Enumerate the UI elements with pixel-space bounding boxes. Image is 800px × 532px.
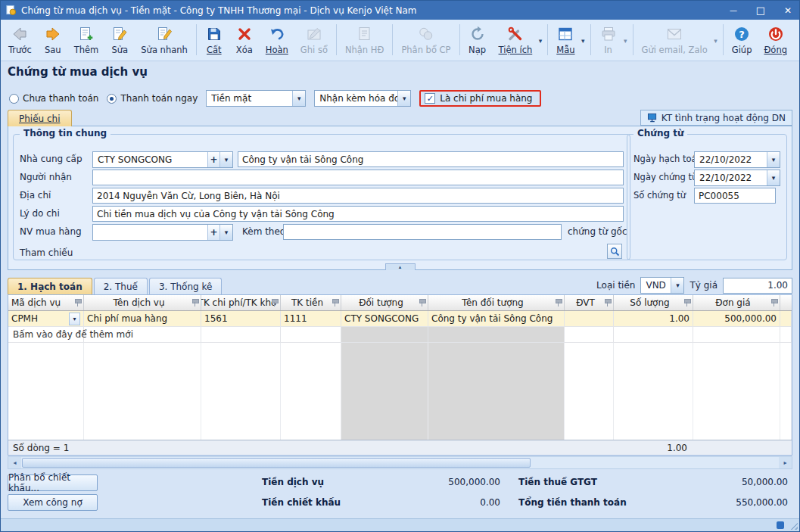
pin-icon[interactable]	[192, 299, 198, 307]
toolbar-button-dong[interactable]: Đóng	[758, 20, 793, 59]
cell-expense-account[interactable]: 1561	[201, 311, 281, 326]
column-header-dvt[interactable]: ĐVT	[565, 295, 614, 310]
exchange-rate-field[interactable]: 1.00	[723, 278, 792, 294]
toolbar-button-truoc[interactable]: Trước	[2, 20, 38, 59]
toolbar-button-them[interactable]: Thêm	[68, 20, 105, 59]
toolbar-button-tien-ich[interactable]: Tiện ích	[493, 20, 546, 59]
posting-date-picker[interactable]: 22/10/2022	[694, 151, 780, 168]
horizontal-scrollbar[interactable]	[8, 456, 792, 469]
document-date-picker[interactable]: 22/10/2022	[694, 170, 780, 186]
cell-service-name[interactable]: Chi phí mua hàng	[84, 311, 201, 326]
pin-icon[interactable]	[771, 299, 777, 307]
toolbar-button-mau[interactable]: Mẫu	[550, 20, 587, 59]
attached-suffix-label: chứng từ gốc	[568, 224, 627, 240]
pin-icon[interactable]	[605, 299, 611, 307]
pin-icon[interactable]	[684, 299, 690, 307]
add-employee-button[interactable]	[207, 225, 219, 240]
cell-object-name[interactable]: Công ty vận tải Sông Công	[428, 311, 565, 326]
cell-cash-account[interactable]: 1111	[281, 311, 341, 326]
column-header-tk-chi-phi[interactable]: TK chi phí/TK kho	[201, 295, 281, 310]
chevron-down-icon[interactable]	[219, 152, 232, 167]
view-debt-button[interactable]: Xem công nợ	[8, 494, 98, 511]
undo-icon	[268, 25, 286, 43]
scroll-right-button[interactable]	[779, 457, 792, 468]
address-field[interactable]: 2014 Nguyễn Văn Cừ, Long Biên, Hà Nội	[92, 188, 624, 204]
attached-field[interactable]	[283, 224, 562, 240]
column-header-ten-doi-tuong[interactable]: Tên đối tượng	[428, 295, 565, 310]
table-row[interactable]: CPMH Chi phí mua hàng 1561 1111 CTY SONG…	[8, 311, 792, 327]
toolbar-button-gui-email-zalo[interactable]: Gửi email, Zalo	[636, 20, 721, 59]
radio-icon	[9, 94, 19, 104]
column-header-don-gia[interactable]: Đơn giá	[693, 295, 780, 310]
chevron-down-icon[interactable]	[69, 313, 80, 325]
supplier-name-field[interactable]: Công ty vận tải Sông Công	[238, 151, 624, 167]
payment-method-combo[interactable]: Tiền mặt	[206, 90, 306, 107]
kt-status-button[interactable]: KT tình trạng hoạt động DN	[640, 110, 792, 126]
tab-thue[interactable]: 2. Thuế	[94, 278, 148, 294]
cell-quantity[interactable]: 1.00	[614, 311, 693, 326]
reason-field[interactable]: Chi tiền mua dịch vụ của Công ty vận tải…	[92, 206, 624, 222]
chevron-down-icon[interactable]	[767, 170, 780, 185]
employee-combo[interactable]	[92, 224, 233, 241]
toolbar-button-xoa[interactable]: Xóa	[229, 20, 260, 59]
receiver-field[interactable]	[92, 170, 624, 185]
toolbar-button-ghi-so[interactable]: Ghi sổ	[294, 20, 334, 59]
pin-icon[interactable]	[419, 299, 425, 307]
chevron-down-icon[interactable]	[397, 91, 410, 106]
column-header-ten-dich-vu[interactable]: Tên dịch vụ	[84, 295, 201, 310]
toolbar-button-sua[interactable]: Sửa	[104, 20, 135, 59]
collapse-panel-button[interactable]	[385, 263, 416, 270]
reference-search-button[interactable]	[607, 244, 622, 259]
chevron-down-icon[interactable]	[767, 152, 780, 167]
invoice-option-combo[interactable]: Nhận kèm hóa đơn	[314, 90, 411, 107]
add-supplier-button[interactable]	[207, 152, 219, 167]
receive-invoice-icon	[356, 25, 374, 43]
empty-column	[565, 343, 614, 440]
toolbar-button-sua-nhanh[interactable]: Sửa nhanh	[135, 20, 194, 59]
toolbar-button-nhan-hd[interactable]: Nhận HĐ	[339, 20, 390, 59]
minimize-button[interactable]	[722, 1, 745, 20]
toolbar-button-hoan[interactable]: Hoàn	[260, 20, 294, 59]
cell-unit-price[interactable]: 500,000.00	[693, 311, 780, 326]
supplier-code-combo[interactable]: CTY SONGCONG	[92, 151, 233, 168]
document-date-value: 22/10/2022	[699, 173, 767, 183]
exchange-rate-value: 1.00	[767, 280, 788, 291]
toolbar-button-nap[interactable]: Nạp	[462, 20, 493, 59]
cell-service-code[interactable]: CPMH	[8, 311, 84, 326]
radio-thanh-toan-ngay[interactable]: Thanh toán ngay	[107, 93, 198, 104]
chevron-down-icon[interactable]	[292, 91, 305, 106]
column-header-doi-tuong[interactable]: Đối tượng	[341, 295, 428, 310]
add-new-row[interactable]: Bấm vào đây để thêm mới	[8, 327, 792, 343]
purchase-expense-checkbox[interactable]	[425, 93, 435, 104]
column-label: Mã dịch vụ	[11, 297, 61, 308]
tab-thong-ke[interactable]: 3. Thống kê	[149, 278, 222, 294]
pin-icon[interactable]	[272, 299, 278, 307]
scrollbar-thumb[interactable]	[22, 458, 531, 468]
column-header-tk-tien[interactable]: TK tiền	[281, 295, 341, 310]
resize-grip[interactable]	[789, 521, 798, 530]
chevron-down-icon[interactable]	[671, 278, 683, 293]
tab-phieu-chi[interactable]: Phiếu chi	[8, 110, 72, 126]
cell-unit[interactable]	[565, 311, 614, 326]
column-header-so-luong[interactable]: Số lượng	[614, 295, 693, 310]
allocate-discount-button[interactable]: Phân bổ chiết khấu...	[8, 474, 98, 491]
toolbar-button-phan-bo-cp[interactable]: Phân bổ CP	[395, 20, 456, 59]
scroll-left-button[interactable]	[8, 457, 21, 468]
toolbar-button-giup[interactable]: ? Giúp	[726, 20, 758, 59]
pin-icon[interactable]	[332, 299, 338, 307]
radio-chua-thanh-toan[interactable]: Chưa thanh toán	[9, 93, 98, 104]
toolbar-button-sau[interactable]: Sau	[38, 20, 68, 59]
chevron-down-icon[interactable]	[219, 225, 232, 240]
column-header-ma-dich-vu[interactable]: Mã dịch vụ	[8, 295, 84, 310]
tab-hach-toan[interactable]: 1. Hạch toán	[8, 278, 92, 294]
chevron-down-icon	[581, 35, 585, 45]
cell-object-code[interactable]: CTY SONGCONG	[341, 311, 428, 326]
toolbar-button-in[interactable]: In	[593, 20, 630, 59]
currency-combo[interactable]: VND	[640, 277, 684, 294]
close-button[interactable]	[777, 1, 799, 20]
maximize-button[interactable]	[749, 1, 772, 20]
document-no-field[interactable]: PC00055	[694, 188, 776, 204]
pin-icon[interactable]	[556, 299, 562, 307]
toolbar-button-cat[interactable]: Cất	[199, 20, 229, 59]
pin-icon[interactable]	[75, 299, 81, 307]
